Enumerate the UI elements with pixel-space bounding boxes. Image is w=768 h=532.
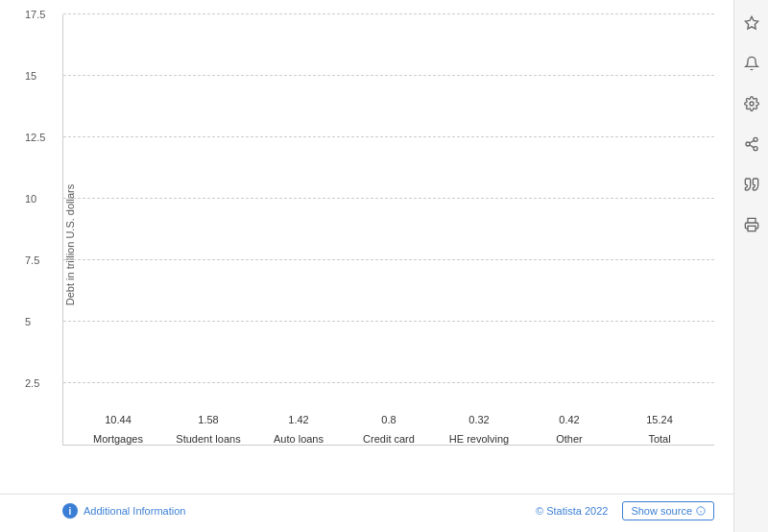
show-source-button[interactable]: Show source — [622, 501, 714, 520]
bars-group: 10.44Mortgages1.58Student loans1.42Auto … — [63, 14, 714, 445]
grid-line — [63, 259, 714, 260]
bar-label: Auto loans — [274, 433, 324, 445]
svg-marker-0 — [745, 16, 757, 29]
svg-rect-7 — [748, 226, 756, 230]
bar-item: 15.24Total — [614, 414, 705, 445]
bar-label: Other — [556, 433, 583, 445]
bar-item: 10.44Mortgages — [73, 414, 163, 445]
gear-icon[interactable] — [738, 90, 765, 117]
svg-line-5 — [749, 145, 754, 148]
bar-label: Student loans — [176, 433, 240, 445]
additional-info-button[interactable]: i Additional Information — [62, 503, 185, 519]
grid-label: 10 — [25, 193, 36, 205]
share-icon[interactable] — [738, 131, 765, 157]
grid-line — [63, 321, 714, 322]
chart-inner: Debt in trillion U.S. dollars 10.44Mortg… — [62, 14, 714, 474]
grid-line — [63, 198, 714, 199]
grid-line — [63, 13, 714, 14]
bar-label: Total — [648, 433, 670, 445]
bar-label: Credit card — [363, 433, 415, 445]
svg-line-6 — [749, 140, 754, 143]
bar-item: 0.32HE revolving — [434, 414, 524, 445]
additional-info-label: Additional Information — [84, 505, 185, 517]
info-circle-icon — [696, 506, 706, 516]
chart-footer: i Additional Information © Statista 2022… — [0, 494, 733, 532]
svg-point-3 — [746, 142, 750, 146]
grid-label: 7.5 — [25, 254, 39, 266]
bar-item: 1.58Student loans — [163, 414, 253, 445]
bar-value-label: 0.32 — [468, 414, 489, 425]
quote-icon[interactable] — [738, 171, 765, 198]
grid-label: 12.5 — [25, 132, 45, 143]
grid-line — [63, 382, 714, 383]
star-icon[interactable] — [738, 10, 765, 36]
show-source-label: Show source — [631, 505, 692, 517]
sidebar — [733, 0, 768, 532]
svg-point-1 — [750, 102, 754, 106]
grid-label: 2.5 — [25, 377, 39, 389]
bar-value-label: 15.24 — [646, 414, 673, 425]
bars-and-grid: 10.44Mortgages1.58Student loans1.42Auto … — [62, 14, 714, 446]
grid-label: 17.5 — [25, 9, 45, 20]
grid-label: 5 — [25, 316, 31, 327]
chart-container: Debt in trillion U.S. dollars 10.44Mortg… — [0, 0, 768, 532]
bar-value-label: 1.42 — [288, 414, 308, 425]
statista-brand: © Statista 2022 — [536, 505, 608, 517]
bar-item: 0.8Credit card — [344, 414, 434, 445]
grid-line — [63, 136, 714, 137]
grid-label: 15 — [25, 70, 36, 82]
bar-item: 1.42Auto loans — [253, 414, 344, 445]
bar-label: HE revolving — [449, 433, 509, 445]
svg-point-4 — [754, 147, 757, 151]
bar-value-label: 0.42 — [559, 414, 579, 425]
bar-item: 0.42Other — [524, 414, 614, 445]
info-icon: i — [62, 503, 78, 519]
bar-value-label: 0.8 — [381, 414, 396, 425]
bar-value-label: 1.58 — [198, 414, 218, 425]
bell-icon[interactable] — [738, 50, 765, 77]
print-icon[interactable] — [738, 211, 765, 238]
bar-label: Mortgages — [93, 433, 143, 445]
bar-value-label: 10.44 — [105, 414, 132, 425]
footer-right: © Statista 2022 Show source — [536, 501, 714, 520]
grid-line — [63, 75, 714, 76]
chart-area: Debt in trillion U.S. dollars 10.44Mortg… — [0, 0, 733, 532]
svg-point-2 — [754, 137, 757, 141]
